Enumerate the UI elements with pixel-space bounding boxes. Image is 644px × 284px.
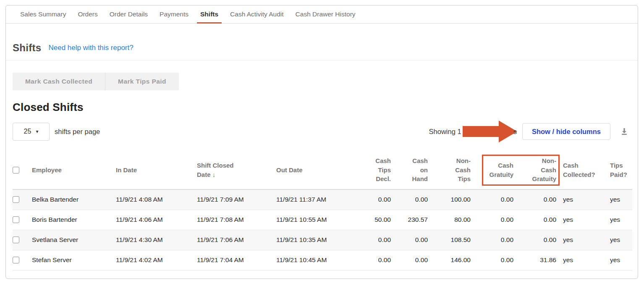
- cell-employee: Boris Bartender: [32, 210, 116, 230]
- cell-employee: Belka Bartender: [32, 189, 116, 210]
- tab-cash-drawer-history[interactable]: Cash Drawer History: [290, 5, 361, 23]
- cell-tips-paid: yes: [603, 230, 632, 250]
- cell-non-cash-tips: 108.50: [428, 230, 471, 250]
- cell-employee: Stefan Server: [32, 250, 116, 270]
- cell-cash-collected: yes: [556, 230, 603, 250]
- tab-cash-activity-audit[interactable]: Cash Activity Audit: [224, 5, 290, 23]
- download-icon[interactable]: [620, 127, 629, 136]
- col-header-non-cash-gratuity[interactable]: Non-Cash Gratuity: [513, 151, 556, 189]
- col-header-cash-on-hand[interactable]: Cash on Hand: [391, 151, 428, 189]
- table-header-row: Employee In Date Shift Closed Date ↓ Out…: [13, 151, 632, 189]
- cell-cash-on-hand: 0.00: [391, 250, 428, 270]
- row-checkbox[interactable]: [13, 257, 19, 263]
- cell-non-cash-tips: 100.00: [428, 189, 471, 210]
- cell-cash-gratuity: 0.00: [471, 250, 513, 270]
- page-title: Shifts: [13, 42, 41, 54]
- col-header-employee[interactable]: Employee: [32, 151, 116, 189]
- closed-shifts-table: Employee In Date Shift Closed Date ↓ Out…: [13, 151, 631, 271]
- section-title: Closed Shifts: [13, 101, 631, 114]
- per-page-select[interactable]: 25 ▾: [13, 123, 50, 141]
- col-header-in-date[interactable]: In Date: [116, 151, 197, 189]
- cell-non-cash-gratuity: 0.00: [513, 230, 556, 250]
- table-row: Stefan Server 11/9/21 4:02 AM 11/9/21 7:…: [13, 250, 632, 270]
- table-row: Svetlana Server 11/9/21 4:30 AM 11/9/21 …: [13, 230, 632, 250]
- cell-cash-gratuity: 0.00: [471, 210, 513, 230]
- annotation-arrow-icon: [463, 121, 517, 142]
- table-row: Boris Bartender 11/9/21 4:06 AM 11/9/21 …: [13, 210, 632, 230]
- cell-cash-on-hand: 0.00: [391, 189, 428, 210]
- show-hide-columns-button[interactable]: Show / hide columns: [522, 123, 610, 140]
- col-header-cash-tips-decl[interactable]: Cash Tips Decl.: [352, 151, 391, 189]
- cell-non-cash-gratuity: 31.86: [513, 250, 556, 270]
- row-checkbox[interactable]: [13, 196, 19, 203]
- tab-shifts[interactable]: Shifts: [194, 5, 224, 23]
- cell-cash-collected: yes: [556, 250, 603, 270]
- cell-non-cash-gratuity: 0.00: [513, 189, 556, 210]
- cell-out-date: 11/9/21 10:35 AM: [276, 230, 352, 250]
- cell-in-date: 11/9/21 4:30 AM: [116, 230, 197, 250]
- cell-cash-gratuity: 0.00: [471, 230, 513, 250]
- chevron-down-icon: ▾: [36, 129, 38, 134]
- cell-shift-closed-date: 11/9/21 7:08 AM: [197, 210, 276, 230]
- cell-out-date: 11/9/21 10:55 AM: [276, 210, 352, 230]
- cell-cash-on-hand: 0.00: [391, 230, 428, 250]
- table-row: Belka Bartender 11/9/21 4:08 AM 11/9/21 …: [13, 189, 632, 210]
- cell-shift-closed-date: 11/9/21 7:09 AM: [197, 189, 276, 210]
- cell-non-cash-tips: 80.00: [428, 210, 471, 230]
- report-tabbar: Sales Summary Orders Order Details Payme…: [6, 5, 638, 24]
- cell-in-date: 11/9/21 4:06 AM: [116, 210, 197, 230]
- mark-tips-paid-button[interactable]: Mark Tips Paid: [105, 73, 179, 90]
- cell-cash-tips-decl: 0.00: [352, 230, 391, 250]
- mark-cash-collected-button[interactable]: Mark Cash Collected: [13, 73, 105, 90]
- col-header-cash-collected[interactable]: Cash Collected?: [556, 151, 603, 189]
- tab-orders[interactable]: Orders: [72, 5, 103, 23]
- cell-employee: Svetlana Server: [32, 230, 116, 250]
- showing-count-text: Showing 1: [429, 128, 461, 136]
- cell-out-date: 11/9/21 11:37 AM: [276, 189, 352, 210]
- cell-shift-closed-date: 11/9/21 7:04 AM: [197, 250, 276, 270]
- col-header-cash-gratuity[interactable]: Cash Gratuity: [471, 151, 513, 189]
- help-link[interactable]: Need help with this report?: [48, 44, 133, 52]
- cell-cash-tips-decl: 50.00: [352, 210, 391, 230]
- sort-descending-icon: ↓: [212, 171, 216, 178]
- cell-in-date: 11/9/21 4:08 AM: [116, 189, 197, 210]
- cell-out-date: 11/9/21 10:45 AM: [276, 250, 352, 270]
- row-checkbox[interactable]: [13, 237, 19, 243]
- select-all-header: [13, 151, 32, 189]
- row-checkbox[interactable]: [13, 216, 19, 223]
- col-header-tips-paid[interactable]: Tips Paid?: [603, 151, 632, 189]
- cell-cash-gratuity: 0.00: [471, 189, 513, 210]
- per-page-value: 25: [24, 128, 31, 135]
- cell-cash-on-hand: 230.57: [391, 210, 428, 230]
- report-panel: Sales Summary Orders Order Details Payme…: [5, 5, 638, 279]
- cell-non-cash-gratuity: 0.00: [513, 210, 556, 230]
- cell-cash-collected: yes: [556, 210, 603, 230]
- bulk-action-buttons: Mark Cash Collected Mark Tips Paid: [13, 73, 179, 90]
- tab-order-details[interactable]: Order Details: [104, 5, 154, 23]
- cell-cash-tips-decl: 0.00: [352, 189, 391, 210]
- showing-count-text-suffix: s: [513, 128, 517, 136]
- per-page-label: shifts per page: [55, 128, 100, 136]
- cell-cash-collected: yes: [556, 189, 603, 210]
- header-divider: [6, 60, 638, 60]
- cell-tips-paid: yes: [603, 189, 632, 210]
- col-header-non-cash-tips[interactable]: Non-Cash Tips: [428, 151, 471, 189]
- col-header-out-date[interactable]: Out Date: [276, 151, 352, 189]
- cell-shift-closed-date: 11/9/21 7:06 AM: [197, 230, 276, 250]
- cell-cash-tips-decl: 0.00: [352, 250, 391, 270]
- cell-tips-paid: yes: [603, 250, 632, 270]
- select-all-checkbox[interactable]: [13, 167, 19, 174]
- tab-sales-summary[interactable]: Sales Summary: [14, 5, 72, 23]
- cell-non-cash-tips: 146.00: [428, 250, 471, 270]
- cell-in-date: 11/9/21 4:02 AM: [116, 250, 197, 270]
- tab-payments[interactable]: Payments: [154, 5, 194, 23]
- col-header-shift-closed-date[interactable]: Shift Closed Date ↓: [197, 151, 276, 189]
- cell-tips-paid: yes: [603, 210, 632, 230]
